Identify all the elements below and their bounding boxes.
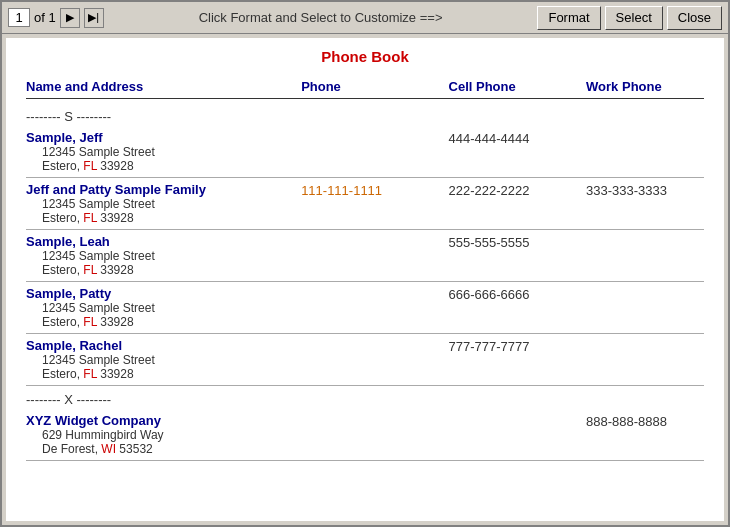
entry-address2: Estero, FL 33928 bbox=[26, 315, 301, 329]
entry-address2: Estero, FL 33928 bbox=[26, 263, 301, 277]
section-divider: -------- S -------- bbox=[26, 103, 704, 126]
entry-work bbox=[586, 286, 704, 287]
entry-address2: Estero, FL 33928 bbox=[26, 367, 301, 381]
entry-address1: 12345 Sample Street bbox=[26, 301, 301, 315]
col-header-phone: Phone bbox=[301, 79, 448, 94]
page-info: 1 of 1 bbox=[8, 8, 56, 27]
col-header-work: Work Phone bbox=[586, 79, 704, 94]
column-headers: Name and Address Phone Cell Phone Work P… bbox=[26, 79, 704, 99]
entry-cell: 777-777-7777 bbox=[449, 338, 587, 354]
entry-name: Sample, Rachel bbox=[26, 338, 301, 353]
entry-name: Sample, Patty bbox=[26, 286, 301, 301]
entry-work: 888-888-8888 bbox=[586, 413, 704, 429]
entry-address2: Estero, FL 33928 bbox=[26, 211, 301, 225]
table-row: XYZ Widget Company629 Hummingbird WayDe … bbox=[26, 409, 704, 461]
hint-text: Click Format and Select to Customize ==> bbox=[108, 10, 534, 25]
entry-phone bbox=[301, 413, 448, 414]
table-row: Jeff and Patty Sample Family12345 Sample… bbox=[26, 178, 704, 230]
report-body: -------- S --------Sample, Jeff12345 Sam… bbox=[26, 103, 704, 461]
entry-cell: 555-555-5555 bbox=[449, 234, 587, 250]
col-header-cell: Cell Phone bbox=[449, 79, 587, 94]
entry-name: Jeff and Patty Sample Family bbox=[26, 182, 301, 197]
nav-last-btn[interactable]: ▶| bbox=[84, 8, 104, 28]
entry-address1: 12345 Sample Street bbox=[26, 145, 301, 159]
entry-phone bbox=[301, 130, 448, 131]
entry-address1: 12345 Sample Street bbox=[26, 197, 301, 211]
entry-phone bbox=[301, 286, 448, 287]
entry-cell: 222-222-2222 bbox=[449, 182, 587, 198]
table-row: Sample, Patty12345 Sample StreetEstero, … bbox=[26, 282, 704, 334]
col-header-name: Name and Address bbox=[26, 79, 301, 94]
page-of-label: of 1 bbox=[34, 10, 56, 25]
report-title: Phone Book bbox=[26, 48, 704, 65]
entry-address1: 12345 Sample Street bbox=[26, 353, 301, 367]
entry-phone bbox=[301, 234, 448, 235]
entry-name: Sample, Jeff bbox=[26, 130, 301, 145]
entry-cell bbox=[449, 413, 587, 414]
select-button[interactable]: Select bbox=[605, 6, 663, 30]
entry-work bbox=[586, 234, 704, 235]
main-window: 1 of 1 ▶ ▶| Click Format and Select to C… bbox=[0, 0, 730, 527]
toolbar: 1 of 1 ▶ ▶| Click Format and Select to C… bbox=[2, 2, 728, 34]
entry-address2: De Forest, WI 53532 bbox=[26, 442, 301, 456]
table-row: Sample, Leah12345 Sample StreetEstero, F… bbox=[26, 230, 704, 282]
entry-address2: Estero, FL 33928 bbox=[26, 159, 301, 173]
entry-name: Sample, Leah bbox=[26, 234, 301, 249]
section-divider: -------- X -------- bbox=[26, 386, 704, 409]
close-button[interactable]: Close bbox=[667, 6, 722, 30]
report-content: Phone Book Name and Address Phone Cell P… bbox=[6, 38, 724, 521]
entry-cell: 666-666-6666 bbox=[449, 286, 587, 302]
entry-work bbox=[586, 130, 704, 131]
entry-address1: 629 Hummingbird Way bbox=[26, 428, 301, 442]
entry-name: XYZ Widget Company bbox=[26, 413, 301, 428]
entry-phone: 111-111-1111 bbox=[301, 182, 448, 198]
entry-work bbox=[586, 338, 704, 339]
page-number: 1 bbox=[8, 8, 30, 27]
format-button[interactable]: Format bbox=[537, 6, 600, 30]
entry-phone bbox=[301, 338, 448, 339]
entry-work: 333-333-3333 bbox=[586, 182, 704, 198]
entry-address1: 12345 Sample Street bbox=[26, 249, 301, 263]
entry-cell: 444-444-4444 bbox=[449, 130, 587, 146]
table-row: Sample, Jeff12345 Sample StreetEstero, F… bbox=[26, 126, 704, 178]
nav-next-btn[interactable]: ▶ bbox=[60, 8, 80, 28]
table-row: Sample, Rachel12345 Sample StreetEstero,… bbox=[26, 334, 704, 386]
